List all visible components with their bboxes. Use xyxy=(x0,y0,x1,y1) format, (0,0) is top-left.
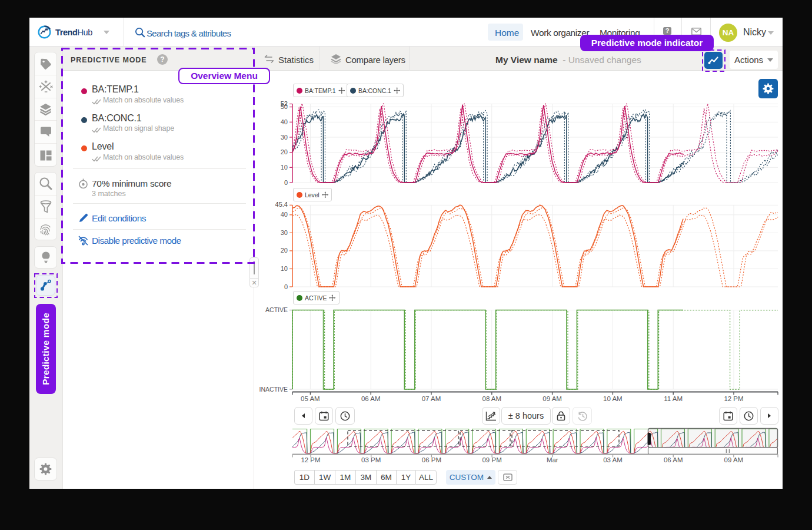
svg-text:03 PM: 03 PM xyxy=(361,456,381,463)
svg-text:10: 10 xyxy=(281,265,288,272)
svg-text:Mar: Mar xyxy=(547,456,558,463)
svg-text:12 PM: 12 PM xyxy=(301,456,320,463)
svg-text:INACTIVE: INACTIVE xyxy=(259,386,288,393)
svg-text:09 PM: 09 PM xyxy=(482,456,501,463)
svg-text:0: 0 xyxy=(284,283,288,290)
svg-text:11 AM: 11 AM xyxy=(664,395,683,402)
svg-text:07 AM: 07 AM xyxy=(422,395,441,402)
svg-text:03 AM: 03 AM xyxy=(603,456,623,463)
svg-text:08 AM: 08 AM xyxy=(482,395,501,402)
svg-text:ACTIVE: ACTIVE xyxy=(265,306,288,313)
svg-text:06 AM: 06 AM xyxy=(361,395,381,402)
svg-text:06 AM: 06 AM xyxy=(664,456,683,463)
svg-text:20: 20 xyxy=(281,148,288,155)
svg-text:40: 40 xyxy=(281,118,288,125)
svg-text:30: 30 xyxy=(281,134,288,141)
svg-text:10 AM: 10 AM xyxy=(603,395,623,402)
svg-text:20: 20 xyxy=(281,247,288,254)
svg-text:06 PM: 06 PM xyxy=(422,456,441,463)
svg-text:40: 40 xyxy=(281,211,288,218)
svg-text:0: 0 xyxy=(284,179,288,186)
svg-text:09 AM: 09 AM xyxy=(543,395,562,402)
svg-text:05 AM: 05 AM xyxy=(301,395,320,402)
svg-text:12 PM: 12 PM xyxy=(724,395,743,402)
svg-text:10: 10 xyxy=(281,164,288,171)
svg-text:30: 30 xyxy=(281,229,288,236)
svg-text:09 AM: 09 AM xyxy=(724,456,744,463)
svg-text:52: 52 xyxy=(281,100,288,107)
svg-text:45.4: 45.4 xyxy=(275,201,288,208)
